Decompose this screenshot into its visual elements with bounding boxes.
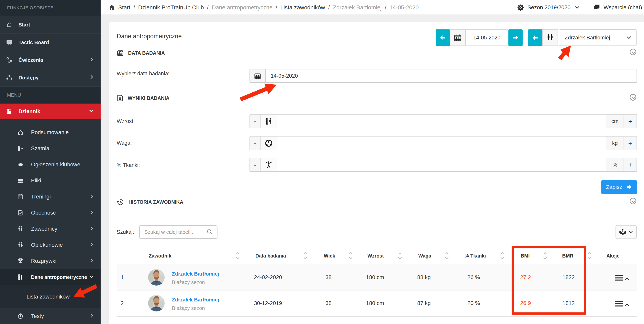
svg-text:31: 31	[19, 196, 22, 198]
